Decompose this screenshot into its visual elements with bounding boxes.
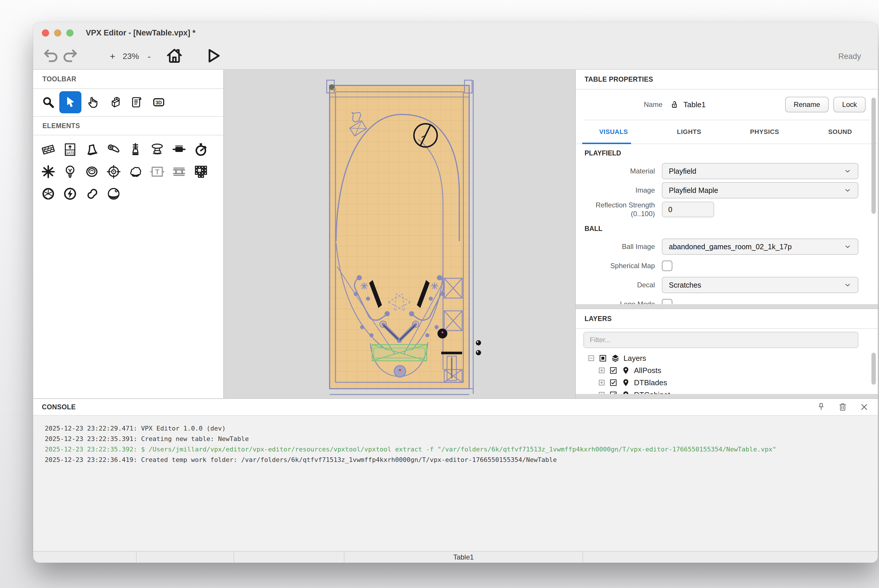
cursor-icon [63, 95, 77, 109]
layers-root-checkbox[interactable] [598, 354, 607, 363]
select-tool[interactable] [59, 91, 81, 113]
properties-scrollbar[interactable] [871, 98, 876, 214]
rubber-band-element[interactable] [81, 184, 103, 204]
toolbar-panel-header: TOOLBAR [33, 70, 223, 89]
layers-scrollbar[interactable] [871, 352, 876, 385]
reel-element[interactable] [168, 162, 190, 182]
cabinet-icon [108, 95, 122, 109]
app-window: VPX Editor - [NewTable.vpx] * + 23% - Re… [33, 22, 878, 563]
textbox-icon: T [149, 164, 165, 180]
decal-select[interactable]: Scratches [662, 277, 858, 293]
ball-element[interactable] [103, 184, 125, 204]
spherical-map-checkbox[interactable] [662, 261, 672, 271]
kicker-element[interactable] [81, 162, 103, 182]
flasher-element[interactable] [59, 184, 81, 204]
zoom-window-button[interactable] [66, 29, 74, 37]
layers-root-row[interactable]: Layers [588, 352, 878, 364]
play-button[interactable] [204, 47, 222, 66]
home-view-button[interactable] [165, 47, 184, 66]
wall-element[interactable] [37, 140, 59, 160]
layer-row-allposts[interactable]: AllPosts [588, 364, 878, 376]
console-line: 2025-12-23 23:22:35.391: Creating new ta… [45, 434, 878, 444]
ball-icon [105, 186, 122, 202]
status-cell-3 [234, 552, 344, 563]
clear-console-trash-icon[interactable] [838, 402, 847, 412]
layer-visibility-checkbox[interactable] [609, 366, 618, 375]
pinball-table-drawing [326, 78, 488, 398]
redo-icon [60, 46, 79, 66]
tab-visuals[interactable]: VISUALS [576, 120, 651, 144]
script-tool[interactable] [126, 91, 148, 113]
target-element[interactable] [103, 162, 125, 182]
map-pin-icon [621, 366, 631, 375]
timer-element[interactable] [190, 140, 212, 160]
zoom-level: 23% [120, 52, 142, 61]
redo-button[interactable] [60, 47, 79, 66]
layer-visibility-checkbox[interactable] [609, 378, 618, 387]
decal-value: Scratches [669, 281, 701, 290]
script-icon [130, 95, 144, 109]
plunger-icon [127, 141, 144, 158]
primitive-icon [40, 186, 56, 202]
rubber-icon [127, 164, 144, 180]
zoom-out-button[interactable]: - [142, 51, 156, 62]
pan-tool[interactable] [81, 91, 104, 113]
title-bar: VPX Editor - [NewTable.vpx] * [33, 22, 878, 44]
reflection-strength-input[interactable] [662, 202, 714, 217]
trigger-element[interactable] [37, 162, 59, 182]
textbox-element[interactable]: T [146, 162, 168, 182]
spinner-element[interactable] [168, 140, 190, 160]
map-pin-icon [621, 378, 631, 387]
light-element[interactable] [59, 162, 81, 182]
expand-icon[interactable] [598, 379, 606, 386]
chevron-down-icon [844, 186, 851, 194]
rubber-element[interactable] [125, 162, 146, 182]
minimize-window-button[interactable] [54, 29, 61, 37]
primitive-element[interactable] [37, 184, 59, 204]
status-cell-5 [583, 552, 878, 563]
layer-label: AllPosts [634, 366, 661, 375]
ball-image-select[interactable]: abandoned_games_room_02_1k_17p [662, 238, 858, 255]
close-window-button[interactable] [42, 29, 49, 37]
gate-icon: GATE [62, 141, 78, 158]
play-icon [204, 46, 222, 66]
layer-row-dtblades[interactable]: DTBlades [588, 376, 878, 389]
zoom-in-button[interactable]: + [105, 51, 120, 62]
status-table-name: Table1 [344, 552, 583, 563]
material-select[interactable]: Playfield [662, 163, 858, 179]
view-3d-tool[interactable]: 3D [148, 91, 170, 113]
bumper-element[interactable] [146, 140, 168, 160]
properties-horizontal-scrollbar[interactable] [576, 304, 878, 309]
decal-label: Decal [576, 280, 662, 290]
plunger-element[interactable] [125, 140, 146, 160]
status-bar: Table1 [33, 551, 878, 563]
zoom-tool[interactable] [37, 91, 59, 113]
bumper-icon [149, 141, 165, 158]
undo-button[interactable] [42, 47, 60, 66]
expand-icon[interactable] [598, 367, 606, 374]
left-panel: TOOLBAR 3D ELEMENTS GATET [33, 70, 224, 398]
close-console-icon[interactable] [859, 402, 869, 412]
svg-text:GATE: GATE [65, 151, 75, 155]
flipper-element[interactable] [103, 140, 125, 160]
layers-filter-input[interactable] [583, 332, 858, 348]
image-select[interactable]: Playfield Maple [662, 182, 858, 198]
tab-sound[interactable]: SOUND [802, 120, 878, 144]
cabinet-view-tool[interactable] [104, 91, 126, 113]
tab-lights[interactable]: LIGHTS [651, 120, 727, 144]
ramp-element[interactable] [81, 140, 103, 160]
chevron-down-icon [844, 167, 851, 175]
gate-element[interactable]: GATE [59, 140, 81, 160]
table-canvas[interactable] [224, 70, 576, 398]
rename-button[interactable]: Rename [785, 97, 829, 112]
collapse-icon[interactable] [588, 354, 595, 362]
home-icon [165, 46, 184, 66]
elements-panel-header: ELEMENTS [33, 116, 223, 135]
dot-matrix-element[interactable] [190, 162, 212, 182]
pin-console-icon[interactable] [816, 402, 826, 412]
table-name-value: Table1 [684, 100, 706, 109]
layers-items: AllPostsDTBladesDTCabinet [588, 364, 878, 398]
lock-button[interactable]: Lock [833, 97, 865, 112]
layers-horizontal-scrollbar[interactable] [576, 394, 878, 398]
tab-physics[interactable]: PHYSICS [727, 120, 802, 144]
